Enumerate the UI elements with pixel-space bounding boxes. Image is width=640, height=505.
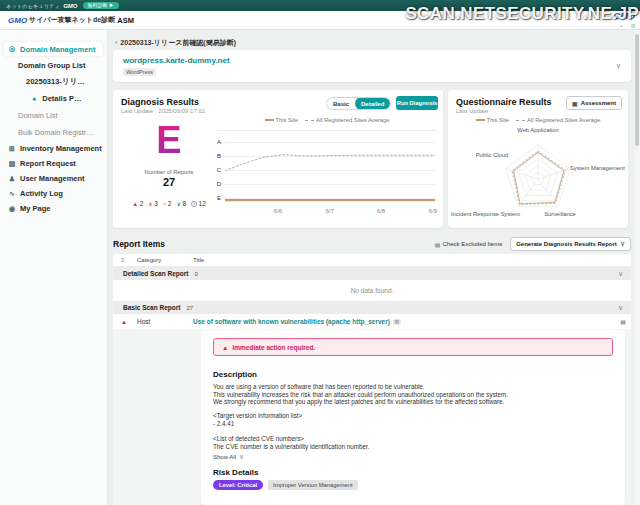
scrollbar-thumb[interactable] bbox=[635, 34, 639, 146]
high-count: ∧3 bbox=[148, 200, 158, 207]
y-tick-e: E bbox=[207, 195, 221, 201]
sitemap-icon: ⊞ bbox=[8, 145, 16, 153]
level-critical-badge: Level: Critical bbox=[213, 480, 263, 490]
app-header: GMO サイバー攻撃ネットde診断 ASM bbox=[0, 11, 640, 30]
y-tick-c: C bbox=[207, 167, 221, 173]
user-icon: ♟ bbox=[8, 175, 16, 183]
site-card: wordpress.karte-dummy.net WordPress ∨ bbox=[113, 50, 631, 82]
scrollbar-track[interactable] bbox=[634, 30, 640, 505]
info-circle-icon: i bbox=[191, 201, 197, 207]
corner-gmo-logo: GMO bbox=[614, 12, 636, 21]
section-basic-scan-report[interactable]: Basic Scan Report 27 ∨ bbox=[113, 301, 631, 314]
sidebar-item-my-page[interactable]: ◉ My Page bbox=[0, 201, 107, 216]
site-domain-link[interactable]: wordpress.karte-dummy.net bbox=[123, 56, 230, 65]
toggle-detailed[interactable]: Detailed bbox=[355, 97, 390, 110]
cve-header: <List of detected CVE numbers> bbox=[213, 435, 304, 442]
app-logo-suffix: ASM bbox=[117, 16, 134, 25]
average-swatch bbox=[305, 120, 314, 121]
description-line: You are using a version of software that… bbox=[213, 383, 425, 390]
run-diagnosis-button[interactable]: Run Diagnosis bbox=[396, 96, 438, 110]
column-category: Category bbox=[137, 257, 161, 263]
chevron-down-icon[interactable]: ∨ bbox=[616, 62, 621, 70]
radar-legend: This Site All Registered Sites Average bbox=[448, 117, 628, 123]
info-count: i12 bbox=[191, 200, 206, 207]
app-logo-gmo: GMO bbox=[8, 16, 27, 25]
cve-note: The CVE number is a vulnerability identi… bbox=[213, 443, 369, 450]
x-tick-2: 6/7 bbox=[326, 208, 334, 214]
empty-state: No data found. bbox=[113, 280, 631, 301]
sidebar-item-domain-list[interactable]: Domain List bbox=[0, 107, 107, 124]
back-chevron-icon[interactable]: ‹ bbox=[115, 39, 117, 46]
check-excluded-items-link[interactable]: ▤ Check Excluded Items bbox=[435, 241, 502, 248]
warning-triangle-icon: ▲ bbox=[222, 344, 228, 351]
reports-label: Number of Reports bbox=[121, 169, 217, 175]
show-all-link[interactable]: Show All ∨ bbox=[213, 453, 244, 461]
column-title: Title bbox=[193, 257, 204, 263]
medium-count: =2 bbox=[163, 200, 172, 207]
app-logo-text: サイバー攻撃ネットde診断 bbox=[29, 15, 115, 25]
chevron-down-icon[interactable]: ∨ bbox=[618, 270, 623, 278]
gmo-logo: GMO bbox=[63, 3, 77, 9]
sort-icon[interactable]: ≡ bbox=[121, 257, 125, 263]
app-root: SCAN.NETSECURITY.NE.JP ネットのセキュリティ GMO 無料… bbox=[0, 0, 640, 505]
y-tick-a: A bbox=[207, 139, 221, 145]
diagnosis-results-card: Diagnosis Results Last Update : 2025/06/… bbox=[113, 90, 443, 228]
this-site-swatch bbox=[265, 119, 274, 121]
high-caret-icon: ∧ bbox=[148, 200, 152, 207]
activity-icon: ∿ bbox=[8, 190, 16, 198]
x-tick-3: 6/8 bbox=[377, 208, 385, 214]
generate-report-button[interactable]: Generate Diagnosis Results Report ∨ bbox=[510, 237, 631, 251]
critical-count: ▲2 bbox=[132, 200, 143, 207]
sidebar-item-domain-group-list[interactable]: Domain Group List bbox=[0, 58, 107, 73]
description-title: Description bbox=[213, 370, 257, 379]
report-items-title: Report Items bbox=[113, 239, 165, 249]
x-tick-1: 6/6 bbox=[274, 208, 282, 214]
low-vee-icon: ∨ bbox=[176, 200, 180, 207]
critical-triangle-icon: ▲ bbox=[121, 319, 127, 325]
grade-letter: E bbox=[121, 118, 217, 162]
y-tick-b: B bbox=[207, 153, 221, 159]
report-items-header: Report Items ▤ Check Excluded Items Gene… bbox=[113, 236, 631, 252]
reports-count: 27 bbox=[121, 176, 217, 188]
chevron-down-icon[interactable]: ∨ bbox=[618, 304, 623, 312]
gear-icon: ◎ bbox=[8, 45, 16, 53]
row-notes-icon[interactable]: ▤ bbox=[620, 318, 626, 325]
sidebar: ◎ Domain Management Domain Group List 20… bbox=[0, 30, 108, 505]
breadcrumb[interactable]: ‹20250313-リリース前確認(簡易診断) bbox=[115, 38, 236, 48]
row-title-link[interactable]: Use of software with known vulnerabiliti… bbox=[193, 318, 401, 325]
low-count: ∨8 bbox=[176, 200, 186, 207]
description-line: We strongly recommend that you apply the… bbox=[213, 398, 504, 405]
description-line: This vulnerability increases the risk th… bbox=[213, 391, 508, 398]
checklist-icon: ▤ bbox=[435, 241, 441, 248]
sidebar-item-domain-group[interactable]: 20250313-リリ… bbox=[0, 73, 107, 90]
trend-legend: This Site All Registered Sites Average bbox=[217, 117, 437, 123]
sidebar-item-bulk-domain-registration[interactable]: Bulk Domain Registr… bbox=[0, 124, 107, 141]
promo-brand-label: ネットのセキュリティ bbox=[6, 3, 60, 9]
title-tag-icon: ▤ bbox=[393, 319, 401, 325]
target-version-header: <Target version information list> bbox=[213, 412, 302, 419]
risk-details-title: Risk Details bbox=[213, 468, 258, 477]
free-diagnosis-button[interactable]: 無料診断 ▶ bbox=[83, 2, 119, 9]
questionnaire-last-update: Last Update : bbox=[456, 108, 492, 114]
section-detailed-scan-report[interactable]: Detailed Scan Report 0 ∨ bbox=[113, 267, 631, 280]
assessment-button[interactable]: ▣ Assessment bbox=[566, 96, 622, 110]
sidebar-item-inventory-management[interactable]: ⊞ Inventory Management bbox=[0, 141, 107, 156]
site-tag-badge: WordPress bbox=[123, 68, 156, 76]
severity-counts: ▲2 ∧3 =2 ∨8 i12 bbox=[117, 200, 221, 207]
sidebar-item-activity-log[interactable]: ∿ Activity Log bbox=[0, 186, 107, 201]
radar-chart-svg bbox=[448, 124, 628, 228]
questionnaire-title: Questionnaire Results bbox=[456, 97, 552, 107]
sidebar-item-report-request[interactable]: ▤ Report Request bbox=[0, 156, 107, 171]
sidebar-item-details-page[interactable]: ● Details P… bbox=[0, 90, 107, 107]
toggle-basic[interactable]: Basic bbox=[327, 101, 355, 107]
main-content: ‹20250313-リリース前確認(簡易診断) wordpress.karte-… bbox=[108, 30, 640, 505]
chevron-down-icon: ∨ bbox=[239, 453, 244, 461]
vulnerability-detail-panel: ▲ Immediate action required. Description… bbox=[201, 330, 625, 505]
clipboard-icon: ▣ bbox=[572, 100, 578, 107]
document-icon: ▤ bbox=[8, 160, 16, 168]
person-circle-icon: ◉ bbox=[8, 205, 16, 213]
sidebar-item-domain-management[interactable]: ◎ Domain Management bbox=[4, 42, 103, 56]
risk-category-badge: Improper Version Management bbox=[268, 480, 358, 490]
report-row-host[interactable]: ▲ Host Use of software with known vulner… bbox=[113, 314, 631, 329]
sidebar-item-user-management[interactable]: ♟ User Management bbox=[0, 171, 107, 186]
